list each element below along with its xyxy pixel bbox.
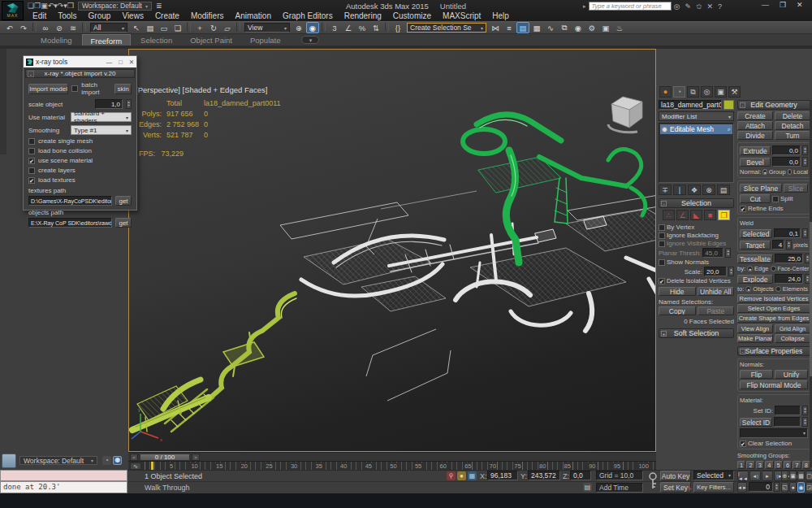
bevel-button[interactable]: Bevel — [740, 158, 771, 167]
search-input[interactable]: Type a keyword or phrase — [589, 2, 672, 11]
set-id-spinner[interactable]: ▲▼ — [802, 406, 808, 415]
stack-item-editable-mesh[interactable]: Editable Mesh ⌕ — [660, 124, 732, 134]
frame-spinner[interactable]: ▲▼ — [774, 482, 780, 492]
hide-button[interactable]: Hide — [659, 287, 696, 296]
toolbar-menu-icon[interactable]: ≣ — [156, 2, 162, 10]
sep[interactable] — [322, 22, 326, 32]
eg-button[interactable]: Make Planar — [737, 334, 773, 343]
textures-path-field[interactable]: D:\Games\X-RayCoPSDK\editors\game — [28, 196, 112, 206]
zoom-extents-icon[interactable]: ▩ — [797, 471, 805, 481]
explode-objects-radio[interactable]: ● — [745, 286, 751, 292]
weld-target-field[interactable]: 4 — [772, 240, 784, 250]
show-normals-checkbox[interactable] — [659, 259, 665, 266]
tessellate-edge-radio[interactable]: ● — [747, 266, 753, 271]
select-move-icon[interactable]: + — [193, 22, 206, 33]
key-filters-button[interactable]: Key Filters... — [693, 482, 734, 493]
named-selection-sets-field[interactable]: Create Selection Se▾ — [407, 23, 486, 33]
menu-maxscript[interactable]: MAXScript — [437, 11, 486, 21]
bevel-spinner[interactable]: ▲▼ — [802, 157, 808, 167]
sep[interactable] — [187, 22, 191, 32]
scale-object-field[interactable]: 1,0 — [95, 99, 123, 109]
menu-group[interactable]: Group — [83, 11, 117, 21]
use-material-dropdown[interactable]: standard + shaders▾ — [71, 112, 132, 122]
dialog-maximize-button[interactable]: □ — [119, 59, 123, 66]
tab-create[interactable]: ● — [659, 86, 672, 98]
maxscript-mini-listener[interactable]: done at 20.3' — [0, 481, 127, 493]
key-step-toggle[interactable]: ◄► — [737, 482, 747, 493]
viewport-label[interactable]: [Perspective] [Shaded + Edged Faces] — [136, 85, 267, 94]
edge-icon[interactable]: ∠ — [676, 210, 689, 220]
eg-wide-button[interactable]: Remove Isolated Vertices — [737, 294, 810, 303]
smoothing-group-button[interactable]: 6 — [784, 461, 792, 469]
dialog-checkbox[interactable] — [28, 167, 35, 174]
current-frame-field[interactable]: 0 — [749, 482, 773, 492]
eg-wide-button[interactable]: Create Shape from Edges — [737, 314, 810, 323]
tab-freeform[interactable]: Freeform — [82, 34, 132, 46]
pin-stack-icon[interactable]: ∓ — [659, 185, 672, 195]
import-model-button[interactable]: Import model — [28, 84, 68, 94]
normal-local-radio[interactable] — [788, 169, 792, 175]
macro-recorder-field[interactable] — [0, 470, 127, 481]
menu-edit[interactable]: Edit — [27, 11, 52, 21]
tab-modeling[interactable]: Modeling — [32, 34, 80, 46]
rendered-frame-icon[interactable]: ▣ — [599, 22, 612, 33]
unlink-selection-icon[interactable]: ⊘ — [53, 22, 66, 33]
select-object-icon[interactable]: ↖ — [130, 22, 143, 33]
workspace-dropdown-bottom[interactable]: Workspace: Default▾ — [19, 456, 97, 465]
sep[interactable] — [82, 22, 86, 32]
pan-icon[interactable]: ● — [789, 482, 797, 493]
tessellate-button[interactable]: Tessellate — [737, 254, 773, 263]
favorites-icon[interactable]: ✩ — [696, 2, 702, 11]
select-id-field[interactable] — [774, 417, 801, 427]
percent-snap-icon[interactable]: % — [356, 22, 369, 33]
sep[interactable] — [236, 22, 240, 32]
ignore-backfacing-checkbox[interactable] — [659, 232, 665, 239]
curve-editor-icon[interactable]: ∿ — [544, 22, 557, 33]
smoothing-dropdown[interactable]: Type #1▾ — [71, 125, 132, 135]
reference-coordinate-dropdown[interactable]: View▾ — [244, 23, 290, 33]
weld-target-spinner[interactable]: ▲▼ — [786, 240, 792, 250]
face-icon[interactable]: ◣ — [690, 210, 702, 220]
select-id-spinner[interactable]: ▲▼ — [802, 417, 808, 427]
x-coordinate-field[interactable]: 96,183 — [487, 471, 518, 480]
spinner-snap-icon[interactable]: ⇅ — [369, 22, 382, 33]
use-pivot-icon[interactable]: ⊕ — [292, 22, 305, 33]
undo-icon[interactable]: ↶ — [3, 22, 16, 33]
polygon-icon[interactable]: ■ — [704, 210, 716, 220]
prev-frame-icon[interactable]: ◄| — [749, 471, 761, 481]
xray-tools-dialog[interactable]: x-ray tools — □ ✕ - x-ray *.object impor… — [23, 55, 137, 211]
menu-help[interactable]: Help — [486, 11, 515, 21]
ignore-visible-edges-checkbox[interactable] — [659, 241, 665, 247]
schematic-view-icon[interactable]: ⧉ — [558, 22, 571, 33]
planar-thresh-spinner[interactable]: ▲▼ — [725, 248, 731, 258]
open-icon[interactable]: ❐ — [34, 2, 41, 10]
visibility-bulb-icon[interactable] — [662, 127, 667, 132]
key-filter-dropdown[interactable]: Selected▾ — [693, 471, 734, 480]
zoom-icon[interactable]: ⊕ — [781, 471, 788, 481]
zoom-extents-all-icon[interactable]: ▢ — [806, 471, 812, 481]
render-setup-icon[interactable]: ⚙ — [585, 22, 598, 33]
menu-animation[interactable]: Animation — [229, 11, 276, 21]
normals-scale-field[interactable]: 20,0 — [704, 267, 727, 276]
modifier-list-dropdown[interactable]: Modifier List▾ — [659, 111, 734, 121]
prev-frame-arrow[interactable]: < — [130, 454, 138, 461]
extrude-field[interactable]: 0,0 — [772, 145, 801, 155]
orbit-icon[interactable]: ◉ — [797, 482, 805, 493]
dialog-title-bar[interactable]: x-ray tools — □ ✕ — [24, 56, 136, 67]
menu-customize[interactable]: Customize — [387, 11, 437, 21]
add-time-tag[interactable]: Add Time Tag — [596, 483, 643, 493]
mirror-icon[interactable]: ⋈ — [489, 22, 502, 33]
workspace-dropdown[interactable]: Workspace: Default ▾ — [78, 2, 152, 11]
key-filters-curve-icon[interactable]: ∿ — [685, 484, 693, 493]
configure-modifier-sets-icon[interactable]: ▤ — [717, 185, 730, 195]
project-folder-icon[interactable]: ❒ — [67, 2, 74, 10]
dialog-checkbox[interactable]: ✔ — [28, 177, 35, 184]
people-icon[interactable]: ⚉ — [113, 456, 122, 465]
collapse-icon[interactable]: - — [740, 349, 745, 354]
vertex-icon[interactable]: ∴ — [663, 210, 675, 220]
flip-normal-mode-button[interactable]: Flip Normal Mode — [740, 380, 808, 389]
select-scale-icon[interactable]: ▱ — [221, 22, 234, 33]
close-button[interactable]: ✕ — [797, 1, 803, 9]
viewcube[interactable] — [608, 97, 642, 132]
select-and-link-icon[interactable]: ∞ — [39, 22, 52, 33]
